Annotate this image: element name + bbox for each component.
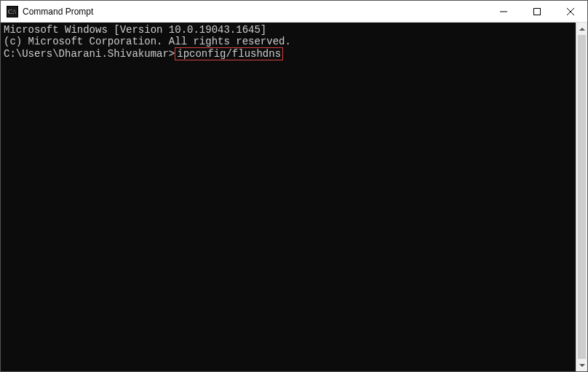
scroll-down-icon (579, 364, 585, 367)
svg-text:C:\: C:\ (8, 8, 17, 15)
minimize-icon (500, 8, 507, 15)
svg-marker-8 (579, 364, 585, 367)
close-button[interactable] (554, 1, 587, 22)
terminal-line-copyright: (c) Microsoft Corporation. All rights re… (4, 36, 573, 47)
scroll-up-icon (579, 28, 585, 31)
scroll-up-button[interactable] (576, 23, 587, 35)
minimize-button[interactable] (487, 1, 520, 22)
svg-rect-4 (534, 8, 541, 15)
terminal-content[interactable]: Microsoft Windows [Version 10.0.19043.16… (1, 23, 576, 371)
titlebar[interactable]: C:\ Command Prompt (1, 1, 587, 23)
svg-marker-7 (579, 28, 585, 31)
scroll-thumb[interactable] (578, 35, 586, 359)
scroll-track[interactable] (576, 35, 587, 359)
close-icon (567, 8, 574, 15)
terminal-prompt-line: C:\Users\Dharani.Shivakumar>ipconfig/flu… (4, 47, 573, 60)
terminal-command: ipconfig/flushdns (177, 48, 281, 60)
maximize-icon (533, 8, 541, 15)
vertical-scrollbar[interactable] (576, 23, 587, 371)
command-prompt-window: C:\ Command Prompt Micr (0, 0, 588, 372)
terminal-area: Microsoft Windows [Version 10.0.19043.16… (1, 23, 587, 371)
window-title: Command Prompt (23, 7, 487, 17)
window-controls (487, 1, 587, 22)
cmd-icon: C:\ (7, 6, 18, 17)
terminal-prompt: C:\Users\Dharani.Shivakumar> (4, 48, 175, 60)
maximize-button[interactable] (520, 1, 554, 22)
command-highlight: ipconfig/flushdns (175, 47, 283, 60)
scroll-down-button[interactable] (576, 359, 587, 371)
terminal-line-version: Microsoft Windows [Version 10.0.19043.16… (4, 24, 573, 36)
